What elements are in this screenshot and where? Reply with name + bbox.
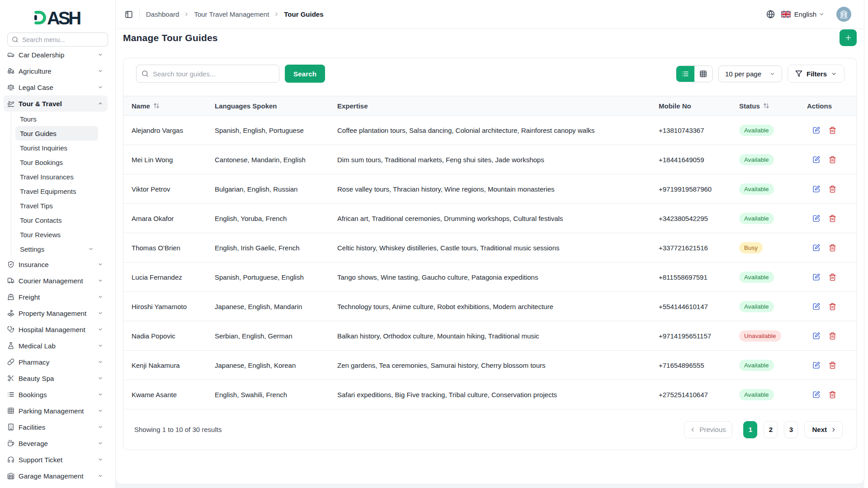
sidebar-item-property-management[interactable]: Property Management (4, 305, 108, 321)
edit-icon[interactable] (812, 273, 820, 281)
sidebar-subitem-tour-guides[interactable]: Tour Guides (15, 126, 98, 141)
sidebar-item-agriculture[interactable]: Agriculture (4, 63, 108, 79)
column-label: Actions (807, 102, 832, 110)
edit-icon[interactable] (812, 361, 820, 369)
sidebar-toggle-icon[interactable] (125, 10, 133, 19)
edit-icon[interactable] (812, 303, 820, 310)
globe-icon[interactable] (766, 10, 775, 19)
headphones-icon (7, 456, 14, 463)
sidebar-subitem-settings[interactable]: Settings (15, 242, 98, 256)
page-button-1[interactable]: 1 (743, 421, 757, 438)
guide-search-input[interactable] (136, 65, 279, 83)
sidebar-item-hospital-management[interactable]: Hospital Management (4, 321, 108, 338)
edit-icon[interactable] (812, 244, 820, 252)
sidebar-subitem-label: Tours (20, 115, 94, 123)
sidebar-search-input[interactable] (7, 33, 108, 47)
search-button[interactable]: Search (285, 65, 325, 83)
page-button-2[interactable]: 2 (764, 421, 778, 438)
sidebar-item-beverage[interactable]: Beverage (4, 435, 108, 451)
delete-icon[interactable] (829, 273, 836, 281)
sidebar-subitem-travel-insurances[interactable]: Travel Insurances (15, 169, 98, 184)
cell-expertise: Technology tours, Anime culture, Robot e… (329, 292, 651, 321)
sort-icon[interactable] (153, 103, 160, 109)
sidebar-item-bookings[interactable]: Bookings (4, 386, 108, 403)
card-footer: Showing 1 to 10 of 30 results Previous 1… (123, 409, 856, 450)
sidebar-subitem-label: Tourist Inquiries (20, 144, 94, 152)
sidebar-subitem-tours[interactable]: Tours (15, 112, 98, 126)
sidebar-item-label: Medical Lab (19, 342, 98, 350)
table-row: Hiroshi YamamotoJapanese, English, Manda… (123, 292, 857, 321)
delete-icon[interactable] (829, 215, 836, 222)
chevron-down-icon[interactable] (819, 11, 825, 17)
cell-status: Unavailable (731, 321, 799, 351)
sidebar-item-insurance[interactable]: Insurance (4, 256, 108, 272)
building-avatar-icon (839, 9, 849, 19)
next-page-button[interactable]: Next (804, 421, 843, 438)
cell-mobile: +275251410647 (651, 380, 731, 409)
uk-flag-icon[interactable] (781, 11, 791, 18)
cell-expertise: Coffee plantation tours, Salsa dancing, … (329, 116, 651, 145)
previous-label: Previous (699, 426, 726, 433)
sidebar-item-tour-travel[interactable]: Tour & Travel (4, 95, 108, 112)
delete-icon[interactable] (829, 156, 836, 164)
sidebar-subitem-travel-tips[interactable]: Travel Tips (15, 198, 98, 213)
sidebar-item-parking-management[interactable]: Parking Management (4, 403, 108, 419)
sidebar-subitem-travel-equipments[interactable]: Travel Equipments (15, 184, 98, 198)
sidebar-item-pharmacy[interactable]: Pharmacy (4, 354, 108, 370)
cell-name: Nadia Popovic (123, 321, 207, 351)
list-view-button[interactable] (676, 66, 694, 82)
sidebar-item-freight[interactable]: Freight (4, 289, 108, 305)
delete-icon[interactable] (829, 185, 836, 193)
previous-page-button[interactable]: Previous (684, 421, 732, 438)
cell-actions (799, 116, 857, 145)
chevron-down-icon (98, 52, 103, 57)
sidebar-item-courier-management[interactable]: Courier Management (4, 272, 108, 289)
delete-icon[interactable] (829, 391, 836, 399)
cell-name: Thomas O'Brien (123, 233, 207, 263)
sort-icon[interactable] (763, 103, 769, 109)
per-page-select[interactable]: 10 per page (718, 66, 782, 82)
edit-icon[interactable] (812, 332, 820, 340)
sidebar-subitem-tour-contacts[interactable]: Tour Contacts (15, 213, 98, 227)
delete-icon[interactable] (829, 303, 836, 310)
edit-icon[interactable] (812, 215, 820, 222)
cell-languages: Serbian, English, German (207, 321, 329, 351)
scroll-gutter[interactable] (864, 0, 868, 488)
sidebar-subitem-tour-bookings[interactable]: Tour Bookings (15, 155, 98, 169)
sidebar-item-support-ticket[interactable]: Support Ticket (4, 451, 108, 468)
page-button-3[interactable]: 3 (784, 421, 798, 438)
delete-icon[interactable] (829, 127, 836, 134)
edit-icon[interactable] (812, 156, 820, 164)
add-tour-guide-button[interactable] (840, 29, 857, 46)
page-head: Manage Tour Guides (116, 29, 864, 46)
edit-icon[interactable] (812, 391, 820, 399)
grid-view-button[interactable] (694, 66, 712, 82)
breadcrumb-dashboard[interactable]: Dashboard (146, 10, 179, 18)
cell-status: Available (731, 351, 799, 380)
filters-button[interactable]: Filters (788, 65, 844, 83)
cell-mobile: +18441649059 (651, 145, 731, 174)
language-label[interactable]: English (794, 10, 816, 18)
sidebar-item-beauty-spa[interactable]: Beauty Spa (4, 370, 108, 386)
delete-icon[interactable] (829, 361, 836, 369)
main-panel: DashboardTour Travel ManagementTour Guid… (116, 0, 864, 484)
svg-text:ASH: ASH (47, 10, 81, 25)
column-header-status[interactable]: Status (731, 96, 799, 116)
avatar[interactable] (836, 7, 851, 22)
sidebar-subitem-tour-reviews[interactable]: Tour Reviews (15, 227, 98, 242)
sidebar-item-car-dealership[interactable]: Car Dealership (4, 47, 108, 63)
delete-icon[interactable] (829, 244, 836, 252)
sidebar-subitem-tourist-inquiries[interactable]: Tourist Inquiries (15, 141, 98, 155)
sidebar-item-label: Agriculture (19, 67, 98, 75)
column-header-name[interactable]: Name (123, 96, 207, 116)
edit-icon[interactable] (812, 185, 820, 193)
breadcrumb-tour-travel-management[interactable]: Tour Travel Management (194, 10, 269, 18)
edit-icon[interactable] (812, 127, 820, 134)
cell-actions (799, 321, 857, 351)
cell-actions (799, 380, 857, 409)
sidebar-item-garage-management[interactable]: Garage Management (4, 468, 108, 484)
sidebar-item-facilities[interactable]: Facilities (4, 419, 108, 435)
sidebar-item-legal-case[interactable]: Legal Case (4, 79, 108, 95)
sidebar-item-medical-lab[interactable]: Medical Lab (4, 338, 108, 354)
delete-icon[interactable] (829, 332, 836, 340)
